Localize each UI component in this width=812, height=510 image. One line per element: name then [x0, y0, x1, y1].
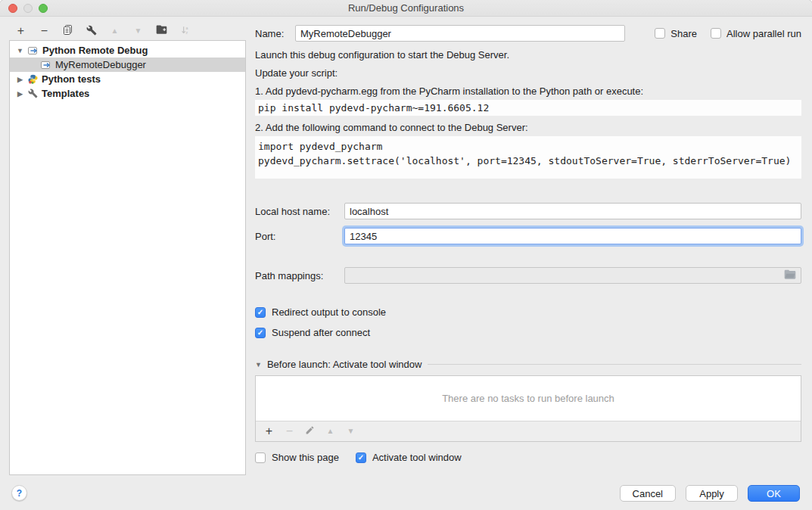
move-task-up-button[interactable]: ▲ — [320, 422, 341, 440]
redirect-output-checkbox-group[interactable]: Redirect output to console — [255, 306, 801, 318]
svg-text:z: z — [185, 30, 188, 35]
settrace-code-line-2: pydevd_pycharm.settrace('localhost', por… — [258, 155, 791, 166]
edit-task-button[interactable] — [300, 422, 320, 440]
configurations-tree: ▼ Python Remote Debug MyRemoteDebugger ▶… — [9, 40, 246, 475]
share-checkbox-group[interactable]: Share — [655, 28, 697, 39]
add-configuration-button[interactable]: + — [9, 23, 33, 39]
suspend-after-connect-checkbox-group[interactable]: Suspend after connect — [255, 327, 801, 338]
minus-icon: − — [41, 25, 48, 37]
sort-configurations-button[interactable]: az — [173, 23, 197, 39]
sidebar-toolbar: + − ▲ ▼ az — [9, 23, 246, 39]
run-debug-configurations-dialog: Run/Debug Configurations + − ▲ ▼ az ▼ Py… — [0, 0, 812, 510]
remove-configuration-button[interactable]: − — [33, 23, 56, 39]
folder-add-icon — [156, 25, 167, 37]
port-input[interactable] — [344, 228, 801, 244]
tree-item-myremotedebugger[interactable]: MyRemoteDebugger — [10, 58, 245, 72]
before-launch-header[interactable]: ▼ Before launch: Activate tool window — [255, 359, 801, 370]
before-launch-tasks-panel: There are no tasks to run before launch … — [255, 375, 801, 442]
tasks-toolbar: + − ▲ ▼ — [256, 421, 801, 441]
allow-parallel-run-checkbox-group[interactable]: Allow parallel run — [711, 28, 801, 39]
apply-button[interactable]: Apply — [686, 485, 738, 502]
name-input[interactable] — [295, 25, 625, 42]
minimize-window-button[interactable] — [23, 4, 33, 13]
name-row: Name: Share Allow parallel run — [255, 25, 801, 42]
show-this-page-checkbox[interactable] — [255, 452, 266, 463]
question-mark-icon: ? — [17, 488, 22, 499]
instruction-step-2: 2. Add the following command to connect … — [255, 122, 801, 134]
copy-icon — [63, 25, 73, 38]
local-host-input[interactable] — [344, 203, 801, 219]
path-mappings-input[interactable] — [344, 267, 801, 284]
add-task-button[interactable]: + — [259, 422, 279, 440]
allow-parallel-run-checkbox[interactable] — [711, 28, 721, 39]
sort-az-icon: az — [180, 25, 191, 38]
chevron-down-icon[interactable]: ▼ — [16, 47, 24, 54]
traffic-lights — [8, 4, 48, 13]
instruction-line-2: Update your script: — [255, 67, 801, 79]
tree-item-python-remote-debug[interactable]: ▼ Python Remote Debug — [10, 43, 245, 58]
chevron-right-icon[interactable]: ▶ — [16, 76, 24, 83]
create-new-folder-button[interactable] — [150, 23, 173, 39]
plus-icon: + — [17, 25, 24, 37]
move-up-button[interactable]: ▲ — [103, 23, 126, 39]
tree-item-python-tests[interactable]: ▶ Python tests — [10, 72, 245, 86]
wrench-icon — [86, 25, 97, 38]
tree-item-templates[interactable]: ▶ Templates — [10, 86, 245, 101]
activate-tool-window-checkbox[interactable] — [356, 452, 366, 463]
chevron-down-icon[interactable]: ▼ — [255, 361, 262, 369]
local-host-row: Local host name: — [255, 203, 801, 219]
svg-text:a: a — [185, 25, 188, 30]
remote-debug-icon — [41, 61, 51, 70]
instruction-line-1: Launch this debug configuration to start… — [255, 49, 801, 61]
divider — [428, 364, 801, 365]
page-options-row: Show this page Activate tool window — [255, 452, 801, 463]
remove-task-button[interactable]: − — [279, 422, 300, 440]
pencil-icon — [305, 425, 315, 437]
suspend-after-connect-checkbox[interactable] — [255, 328, 266, 338]
tree-item-label: Python tests — [42, 73, 101, 85]
share-label: Share — [670, 28, 697, 39]
edit-templates-button[interactable] — [79, 23, 103, 39]
configuration-editor: Name: Share Allow parallel run Launch th… — [255, 25, 801, 463]
plus-icon: + — [266, 425, 272, 437]
before-launch-title: Before launch: Activate tool window — [267, 359, 422, 370]
arrow-up-icon: ▲ — [111, 27, 119, 35]
window-title: Run/Debug Configurations — [348, 2, 464, 14]
share-checkbox[interactable] — [655, 28, 665, 39]
name-label: Name: — [255, 28, 295, 39]
wrench-icon — [28, 89, 38, 98]
tasks-empty-message: There are no tasks to run before launch — [256, 376, 801, 421]
titlebar[interactable]: Run/Debug Configurations — [0, 0, 812, 17]
ok-button[interactable]: OK — [748, 485, 800, 502]
browse-path-mappings-button[interactable] — [784, 269, 796, 282]
pip-install-code: pip install pydevd-pycharm~=191.6605.12 — [255, 100, 801, 116]
python-tests-icon — [28, 74, 38, 84]
help-button[interactable]: ? — [11, 485, 27, 501]
port-label: Port: — [255, 231, 344, 242]
remote-debug-icon — [28, 46, 39, 55]
cancel-button[interactable]: Cancel — [620, 485, 676, 502]
redirect-output-checkbox[interactable] — [255, 307, 266, 318]
instruction-step-1: 1. Add pydevd-pycharm.egg from the PyCha… — [255, 86, 801, 98]
redirect-output-label: Redirect output to console — [272, 306, 386, 318]
tree-item-label: Templates — [42, 88, 89, 99]
move-down-button[interactable]: ▼ — [126, 23, 150, 39]
allow-parallel-run-label: Allow parallel run — [726, 28, 801, 39]
activate-tool-window-label: Activate tool window — [372, 452, 462, 463]
path-mappings-label: Path mappings: — [255, 270, 344, 281]
action-buttons: Cancel Apply OK — [620, 485, 800, 502]
folder-icon — [784, 269, 796, 282]
chevron-right-icon[interactable]: ▶ — [16, 90, 24, 98]
settrace-code-line-1: import pydevd_pycharm — [258, 141, 382, 152]
zoom-window-button[interactable] — [39, 4, 48, 13]
arrow-down-icon: ▼ — [347, 428, 355, 435]
move-task-down-button[interactable]: ▼ — [341, 422, 361, 440]
local-host-label: Local host name: — [255, 206, 344, 217]
settrace-code-block: import pydevd_pycharm pydevd_pycharm.set… — [255, 136, 801, 179]
dialog-footer: ? Cancel Apply OK — [0, 477, 812, 510]
close-window-button[interactable] — [8, 4, 17, 13]
suspend-after-connect-label: Suspend after connect — [272, 327, 370, 338]
copy-configuration-button[interactable] — [56, 23, 79, 39]
path-mappings-row: Path mappings: — [255, 267, 801, 284]
port-row: Port: — [255, 228, 801, 244]
